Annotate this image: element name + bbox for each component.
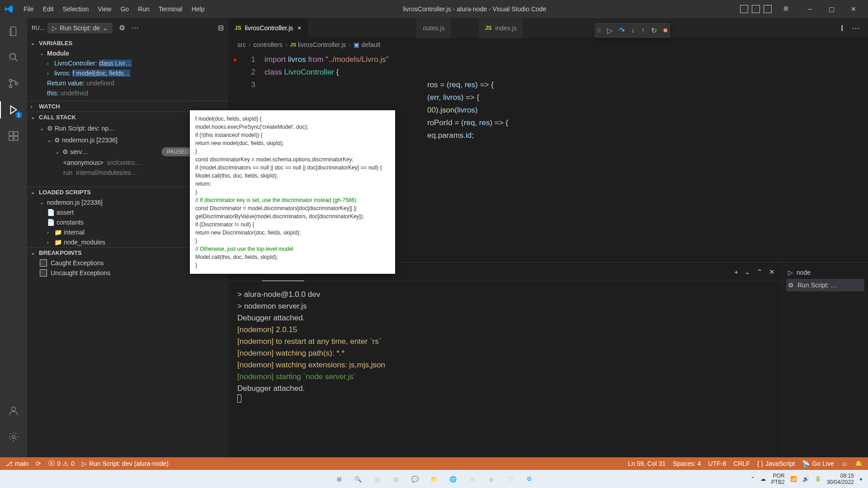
checkbox[interactable]	[40, 259, 47, 267]
run-config-select[interactable]: ▷ Run Script: de ⌄	[47, 23, 113, 33]
new-terminal-icon[interactable]: +	[734, 268, 738, 276]
menu-terminal[interactable]: Terminal	[154, 5, 187, 13]
var-livrocontroller[interactable]: ›LivroController: class Livr…	[29, 58, 228, 68]
chat-icon[interactable]: 💬	[408, 472, 422, 486]
maximize-panel-icon[interactable]: ⌃	[757, 268, 763, 276]
explorer-icon[interactable]	[7, 24, 20, 38]
var-return[interactable]: Return value: undefined	[29, 78, 228, 88]
status-sync[interactable]: ⟳	[36, 460, 41, 467]
widgets-icon[interactable]: ▦	[389, 472, 403, 486]
gear-icon[interactable]: ⚙	[119, 23, 125, 32]
terminal-node[interactable]: ▷node	[786, 266, 864, 279]
layout-controls[interactable]: ⊞	[740, 5, 792, 13]
editor-tabs: JSlivrosController.js× outes.js JSindex.…	[228, 18, 868, 38]
checkbox[interactable]	[40, 269, 47, 277]
minimize-button[interactable]: ─	[801, 5, 820, 13]
status-spaces[interactable]: Spaces: 4	[673, 460, 701, 467]
source-control-icon[interactable]	[7, 77, 20, 90]
status-eol[interactable]: CRLF	[733, 460, 750, 467]
start-icon[interactable]: ⊞	[332, 472, 346, 486]
edge-icon[interactable]: 🌐	[446, 472, 460, 486]
menu-view[interactable]: View	[93, 5, 116, 13]
play-icon[interactable]: ▷	[52, 24, 57, 32]
var-livros[interactable]: ›livros: f model(doc, fields…	[29, 68, 228, 78]
step-into-icon[interactable]: ↓	[631, 26, 635, 34]
close-icon[interactable]: ×	[297, 24, 301, 32]
breadcrumb[interactable]: src› controllers› JS livrosController.js…	[228, 38, 868, 52]
dropdown-icon[interactable]: ⌄	[745, 268, 750, 276]
status-golive[interactable]: 📡 Go Live	[802, 460, 834, 467]
status-language[interactable]: { } JavaScript	[757, 460, 795, 467]
terminal-output[interactable]: > alura-node@1.0.0 dev> nodemon server.j…	[228, 282, 782, 457]
menu-file[interactable]: File	[19, 5, 38, 13]
taskbar-search-icon[interactable]: 🔍	[351, 472, 365, 486]
system-tray[interactable]: ⌃ ☁ PORPTB2 📶 🔊 🔋 08:1530/04/2022 ●	[750, 473, 863, 486]
maximize-button[interactable]: ▢	[821, 5, 842, 13]
status-bar: ⎇ main ⟳ ⓧ 0 ⚠ 0 ▷ Run Script: dev (alur…	[0, 457, 868, 470]
tab-livroscontroller[interactable]: JSlivrosController.js×	[228, 18, 308, 38]
var-this[interactable]: this: undefined	[29, 88, 228, 98]
svg-point-1	[9, 80, 12, 82]
step-out-icon[interactable]: ↑	[641, 26, 645, 34]
split-editor-icon[interactable]: ⫿	[840, 23, 844, 33]
run-config-name: Run Script: de	[60, 24, 100, 32]
svg-point-0	[9, 53, 15, 59]
terminal-runscript[interactable]: ⚙Run Script: …	[786, 279, 864, 291]
status-branch[interactable]: ⎇ main	[5, 460, 28, 467]
onedrive-icon[interactable]: ☁	[760, 476, 766, 482]
step-over-icon[interactable]: ↷	[619, 26, 625, 35]
window-title: livrosController.js - alura-node - Visua…	[209, 5, 740, 13]
continue-icon[interactable]: ▷	[607, 26, 613, 35]
mcafee-icon[interactable]: 🛡	[503, 472, 517, 486]
minimap[interactable]	[823, 52, 868, 232]
explorer-taskbar-icon[interactable]: 📁	[427, 472, 441, 486]
status-position[interactable]: Ln 59, Col 31	[628, 460, 665, 467]
volume-icon[interactable]: 🔊	[802, 476, 809, 482]
menu-selection[interactable]: Selection	[58, 5, 94, 13]
menu-help[interactable]: Help	[187, 5, 209, 13]
close-panel-icon[interactable]: ✕	[769, 268, 775, 276]
tab-index[interactable]: JSindex.js	[479, 18, 524, 38]
extensions-icon[interactable]	[7, 129, 20, 143]
tray-chevron-icon[interactable]: ⌃	[750, 476, 755, 482]
menu-edit[interactable]: Edit	[38, 5, 58, 13]
battery-icon[interactable]: 🔋	[815, 476, 821, 482]
taskview-icon[interactable]: ▥	[370, 472, 384, 486]
status-notifications[interactable]: 🔔	[855, 460, 863, 467]
debug-toolbar[interactable]: ⁞⁞ ▷ ↷ ↓ ↑ ↻ ■	[594, 23, 670, 38]
vscode-taskbar-icon[interactable]: ⧉	[522, 472, 536, 486]
run-debug-icon[interactable]: 1	[7, 103, 20, 117]
keyboard-layout[interactable]: PORPTB2	[771, 473, 785, 486]
restart-icon[interactable]: ↻	[651, 26, 657, 35]
settings-gear-icon[interactable]	[7, 430, 20, 444]
run-label: RU…	[32, 25, 45, 31]
status-feedback[interactable]: ☺	[841, 460, 848, 467]
menu-go[interactable]: Go	[116, 5, 133, 13]
notifications-tray-icon[interactable]: ●	[859, 476, 863, 482]
windows-taskbar: ⊞ 🔍 ▥ ▦ 💬 📁 🌐 🛍 ◉ 🛡 ⧉ ⌃ ☁ PORPTB2 📶 🔊 🔋 …	[0, 470, 868, 488]
wifi-icon[interactable]: 📶	[790, 476, 797, 482]
status-problems[interactable]: ⓧ 0 ⚠ 0	[48, 460, 75, 468]
svg-rect-5	[14, 131, 18, 136]
svg-point-8	[12, 407, 16, 411]
close-button[interactable]: ✕	[844, 5, 863, 13]
more-icon[interactable]: ⋯	[132, 23, 139, 32]
module-group[interactable]: ⌄Module	[29, 48, 228, 58]
clock[interactable]: 08:1530/04/2022	[827, 473, 854, 486]
titlebar: File Edit Selection View Go Run Terminal…	[0, 0, 868, 18]
menu-run[interactable]: Run	[133, 5, 154, 13]
chevron-down-icon[interactable]: ⌄	[103, 24, 108, 32]
more-icon[interactable]: ⋯	[852, 23, 860, 33]
tab-routes[interactable]: outes.js	[416, 18, 451, 38]
stop-icon[interactable]: ■	[663, 26, 668, 34]
store-icon[interactable]: 🛍	[465, 472, 479, 486]
status-encoding[interactable]: UTF-8	[708, 460, 726, 467]
collapse-icon[interactable]: ⊟	[218, 23, 224, 32]
status-debug[interactable]: ▷ Run Script: dev (alura-node)	[82, 460, 169, 467]
variables-section[interactable]: ⌄VARIABLES	[27, 38, 228, 48]
terminal-list: ▷node ⚙Run Script: …	[782, 263, 868, 457]
search-icon[interactable]	[7, 51, 20, 64]
svg-point-2	[9, 85, 12, 88]
account-icon[interactable]	[7, 404, 20, 418]
dell-icon[interactable]: ◉	[484, 472, 498, 486]
